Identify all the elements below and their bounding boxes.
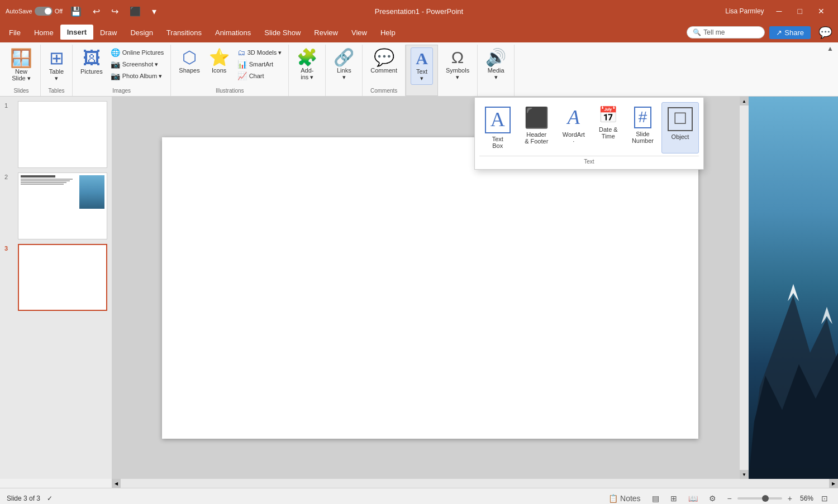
reading-view-button[interactable]: 📖 (685, 492, 701, 505)
3d-models-button[interactable]: 🗂 3D Models ▾ (235, 47, 284, 58)
links-icon: 🔗 (334, 49, 354, 66)
text-icon: A (416, 50, 428, 67)
links-label: Links▾ (337, 67, 351, 81)
menu-slideshow[interactable]: Slide Show (258, 25, 307, 40)
slideshow-button[interactable]: ⚙ (706, 492, 720, 505)
menu-transitions[interactable]: Transitions (160, 25, 208, 40)
online-pictures-button[interactable]: 🌐 Online Pictures (108, 47, 166, 58)
ribbon-collapse-button[interactable]: ▲ (827, 45, 834, 52)
menu-insert[interactable]: Insert (60, 25, 93, 41)
slide-thumb-1[interactable] (18, 101, 107, 168)
user-name: Lisa Parmley (725, 7, 764, 15)
zoom-in-button[interactable]: + (784, 492, 796, 505)
scroll-right-button[interactable]: ▶ (829, 479, 838, 488)
save-button[interactable]: 💾 (67, 5, 85, 18)
slide-number-dropdown-button[interactable]: # SlideNumber (626, 102, 659, 153)
smartart-button[interactable]: 📊 SmartArt (235, 59, 284, 70)
scroll-down-button[interactable]: ▼ (740, 470, 749, 479)
header-footer-dropdown-button[interactable]: ⬛ Header& Footer (518, 102, 555, 153)
menu-help[interactable]: Help (374, 25, 402, 40)
illustrations-small-group: 🗂 3D Models ▾ 📊 SmartArt 📈 Chart (235, 47, 284, 81)
notes-button[interactable]: 📋 Notes (605, 492, 644, 505)
comment-button[interactable]: 💬 (815, 25, 836, 40)
autosave-toggle[interactable] (35, 7, 53, 16)
text-button[interactable]: A Text▾ (411, 47, 433, 85)
slide-canvas[interactable] (162, 137, 698, 439)
addins-button[interactable]: 🧩 Add-ins ▾ (293, 47, 321, 83)
scroll-up-button[interactable]: ▲ (740, 97, 749, 105)
menu-view[interactable]: View (345, 25, 374, 40)
object-dropdown-button[interactable]: ☐ Object (661, 102, 699, 153)
zoom-slider[interactable]: − + (724, 492, 796, 505)
fit-slide-button[interactable]: ⊡ (818, 492, 831, 505)
close-button[interactable]: ✕ (810, 4, 832, 18)
object-icon: ☐ (668, 107, 693, 131)
slide-item-3[interactable]: 3 (4, 244, 107, 311)
presentation-mode-button[interactable]: ⬛ (126, 5, 144, 18)
date-time-icon: 📅 (598, 107, 618, 124)
scroll-track[interactable] (740, 105, 749, 470)
shapes-button[interactable]: ⬡ Shapes (175, 47, 203, 76)
h-scroll-track[interactable] (121, 479, 829, 488)
wordart-dropdown-button[interactable]: A WordArt· (557, 102, 591, 153)
zoom-track[interactable] (737, 497, 782, 500)
text-group-label (411, 92, 433, 95)
date-time-dropdown-button[interactable]: 📅 Date &Time (593, 102, 624, 153)
icons-button[interactable]: ⭐ Icons (206, 47, 233, 76)
addins-icon: 🧩 (297, 49, 317, 66)
menu-file[interactable]: File (2, 25, 27, 40)
slide-thumb-2[interactable] (18, 172, 107, 239)
slide-item-2[interactable]: 2 (4, 172, 107, 239)
vertical-scrollbar[interactable]: ▲ ▼ (740, 97, 749, 479)
tell-me-placeholder: Tell me (703, 28, 725, 36)
chart-button[interactable]: 📈 Chart (235, 70, 284, 81)
right-panel (749, 97, 838, 479)
text-dropdown-group-label: Text (479, 156, 699, 165)
shapes-icon: ⬡ (182, 49, 197, 66)
media-button[interactable]: 🔊 Media▾ (482, 47, 510, 83)
share-button[interactable]: ↗ Share (769, 26, 811, 39)
comment-ribbon-button[interactable]: 💬 Comment (367, 47, 401, 76)
menu-home[interactable]: Home (27, 25, 60, 40)
menu-design[interactable]: Design (123, 25, 159, 40)
slide-sorter-button[interactable]: ⊞ (667, 492, 680, 505)
textbox-dropdown-button[interactable]: A TextBox (479, 102, 516, 153)
scroll-left-button[interactable]: ◀ (112, 479, 121, 488)
new-slide-button[interactable]: 🪟 NewSlide ▾ (7, 47, 36, 84)
status-bar: Slide 3 of 3 ✓ 📋 Notes ▤ ⊞ 📖 ⚙ − + 56% ⊡ (0, 488, 838, 504)
autosave-control[interactable]: AutoSave Off (6, 7, 63, 16)
undo-button[interactable]: ↩ (89, 5, 103, 18)
tell-me-input[interactable]: 🔍 Tell me (687, 26, 765, 39)
normal-view-button[interactable]: ▤ (649, 492, 663, 505)
slide-thumb-3[interactable] (18, 244, 107, 311)
ribbon-content: 🪟 NewSlide ▾ Slides ⊞ Table▾ Tables 🖼 Pi (0, 42, 838, 96)
chart-icon: 📈 (237, 71, 247, 80)
slide-item-1[interactable]: 1 (4, 101, 107, 168)
menu-bar: File Home Insert Draw Design Transitions… (0, 22, 838, 42)
object-label: Object (672, 133, 689, 140)
media-group-label (482, 93, 510, 96)
menu-draw[interactable]: Draw (93, 25, 123, 40)
ribbon-group-slides: 🪟 NewSlide ▾ Slides (2, 45, 41, 96)
menu-animations[interactable]: Animations (208, 25, 258, 40)
maximize-button[interactable]: □ (790, 4, 810, 18)
title-bar-right: Lisa Parmley ─ □ ✕ (557, 4, 832, 18)
ribbon-group-tables: ⊞ Table▾ Tables (41, 45, 73, 96)
pictures-button[interactable]: 🖼 Pictures (77, 47, 106, 77)
slides-group-label: Slides (7, 87, 36, 96)
photo-album-button[interactable]: 📷 Photo Album ▾ (108, 70, 166, 81)
ribbon-group-media: 🔊 Media▾ (478, 45, 515, 96)
menu-review[interactable]: Review (307, 25, 345, 40)
links-button[interactable]: 🔗 Links▾ (330, 47, 358, 83)
quick-access-dropdown[interactable]: ▾ (149, 5, 160, 18)
zoom-thumb[interactable] (762, 495, 769, 502)
minimize-button[interactable]: ─ (769, 4, 790, 18)
table-button[interactable]: ⊞ Table▾ (45, 47, 68, 84)
pictures-icon: 🖼 (83, 49, 101, 67)
zoom-out-button[interactable]: − (724, 492, 735, 505)
addins-label: Add-ins ▾ (301, 67, 313, 81)
symbols-button[interactable]: Ω Symbols▾ (442, 47, 473, 83)
3d-models-label: 3D Models ▾ (247, 49, 282, 56)
redo-button[interactable]: ↪ (108, 5, 122, 18)
screenshot-button[interactable]: 📷 Screenshot ▾ (108, 59, 166, 70)
